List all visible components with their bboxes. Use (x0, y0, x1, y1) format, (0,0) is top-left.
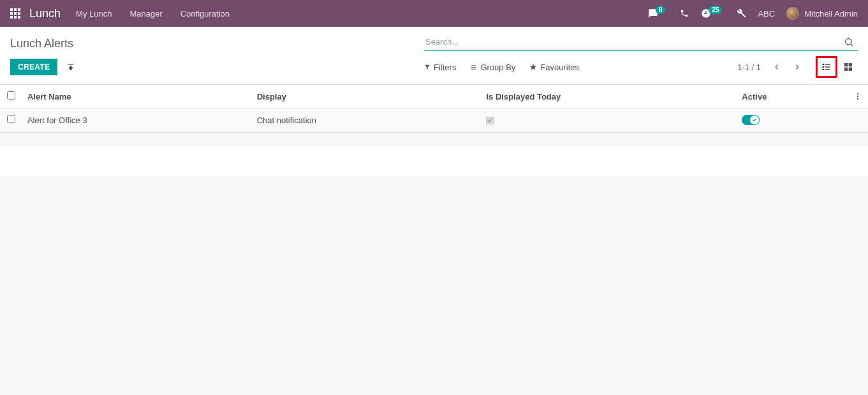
main-navbar: Lunch My Lunch Manager Configuration 8 2… (0, 0, 868, 27)
pager-next-button[interactable] (789, 59, 805, 75)
apps-icon[interactable] (10, 8, 20, 19)
svg-rect-13 (844, 68, 848, 71)
svg-point-9 (823, 66, 823, 67)
pager-prev-button[interactable] (769, 59, 785, 75)
svg-point-16 (857, 96, 858, 97)
messages-count: 8 (656, 6, 666, 14)
activities-count: 25 (709, 6, 722, 14)
control-panel: Lunch Alerts CREATE Filters (0, 27, 868, 85)
col-is-displayed-today[interactable]: Is Displayed Today (481, 85, 737, 108)
cell-display: Chat notification (252, 108, 482, 132)
svg-rect-12 (849, 63, 852, 66)
list-view: Alert Name Display Is Displayed Today Ac… (0, 85, 868, 133)
svg-point-17 (857, 98, 858, 100)
select-all-header[interactable] (0, 85, 22, 108)
nav-configuration[interactable]: Configuration (180, 9, 230, 19)
dots-vertical-icon (853, 92, 862, 101)
row-checkbox[interactable] (7, 115, 15, 123)
svg-point-15 (857, 93, 858, 94)
svg-point-0 (846, 38, 851, 44)
debug-icon[interactable] (736, 8, 746, 19)
svg-point-10 (823, 69, 823, 70)
filters-label: Filters (434, 63, 456, 72)
svg-rect-14 (849, 68, 852, 71)
pager[interactable]: 1-1 / 1 (737, 63, 761, 72)
page-title: Lunch Alerts (10, 33, 73, 50)
col-options[interactable] (848, 85, 868, 108)
svg-point-8 (823, 64, 823, 64)
create-button[interactable]: CREATE (10, 59, 57, 75)
kanban-view-button[interactable] (839, 57, 858, 77)
user-name: Mitchell Admin (804, 9, 858, 19)
nav-menu: My Lunch Manager Configuration (76, 9, 230, 19)
download-button[interactable] (64, 60, 78, 74)
user-menu[interactable]: Mitchell Admin (786, 7, 858, 20)
svg-line-1 (851, 44, 853, 46)
app-brand[interactable]: Lunch (29, 7, 61, 20)
navbar-right: 8 25 ABC Mitchell Admin (648, 7, 858, 20)
svg-rect-11 (844, 63, 848, 66)
list-view-button[interactable] (817, 57, 836, 77)
group-by-label: Group By (480, 63, 515, 72)
cell-is-displayed-today (481, 108, 737, 132)
cell-active[interactable] (737, 108, 848, 132)
search-icon[interactable] (840, 37, 858, 47)
favourites-label: Favourites (540, 63, 579, 72)
group-by-button[interactable]: Group By (470, 63, 515, 72)
check-icon (486, 117, 494, 124)
cell-alert-name: Alert for Office 3 (22, 108, 252, 132)
phone-icon[interactable] (679, 8, 689, 19)
select-all-checkbox[interactable] (7, 91, 15, 100)
filters-button[interactable]: Filters (424, 63, 456, 72)
blank-panel (0, 147, 868, 177)
search-bar[interactable] (424, 33, 858, 51)
active-toggle[interactable] (742, 115, 760, 125)
nav-my-lunch[interactable]: My Lunch (76, 9, 112, 19)
col-active[interactable]: Active (737, 85, 848, 108)
col-display[interactable]: Display (252, 85, 482, 108)
messages-button[interactable]: 8 (648, 8, 668, 19)
nav-manager[interactable]: Manager (129, 9, 162, 19)
col-alert-name[interactable]: Alert Name (22, 85, 252, 108)
favourites-button[interactable]: Favourites (529, 63, 579, 72)
search-input[interactable] (424, 34, 840, 49)
avatar (786, 7, 799, 20)
company-name[interactable]: ABC (758, 9, 775, 19)
table-row[interactable]: Alert for Office 3 Chat notification (0, 108, 868, 132)
activities-button[interactable]: 25 (701, 8, 725, 19)
